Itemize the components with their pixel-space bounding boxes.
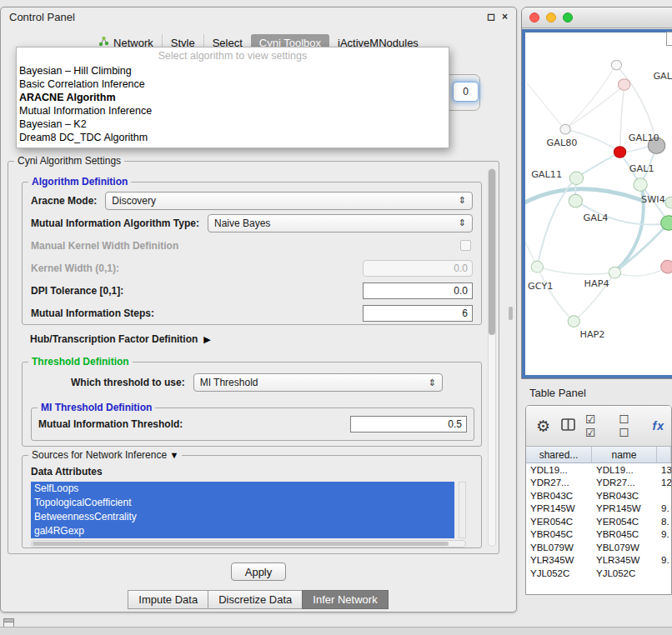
attribute-item[interactable]: BetweennessCentrality bbox=[31, 510, 454, 524]
network-edge[interactable] bbox=[537, 267, 614, 274]
network-node[interactable] bbox=[531, 261, 543, 272]
columns-icon[interactable] bbox=[561, 418, 575, 433]
table-row[interactable]: YJL052CYJL052C bbox=[526, 567, 671, 580]
table-cell: YBL079W bbox=[526, 542, 592, 552]
table-row[interactable]: YLR345WYLR345W9. bbox=[526, 554, 671, 568]
gear-icon[interactable]: ⚙ bbox=[536, 417, 551, 436]
close-traffic-light[interactable] bbox=[529, 12, 539, 22]
column-header[interactable]: name bbox=[592, 447, 657, 462]
kernel-width-input[interactable]: 0.0 bbox=[363, 260, 473, 277]
network-node[interactable] bbox=[618, 79, 629, 91]
apply-button[interactable]: Apply bbox=[231, 562, 286, 581]
column-header[interactable]: shared... bbox=[526, 447, 592, 462]
zoom-traffic-light[interactable] bbox=[563, 12, 573, 22]
node-label: GAL10 bbox=[629, 132, 659, 143]
splitter-handle[interactable] bbox=[509, 307, 513, 320]
network-edge[interactable] bbox=[620, 86, 624, 152]
bottom-strip bbox=[0, 627, 672, 635]
network-node[interactable] bbox=[611, 60, 621, 70]
table-row[interactable]: YER054CYER054C8. bbox=[526, 515, 671, 528]
settings-scrollbar[interactable] bbox=[488, 168, 496, 547]
expand-arrow-icon[interactable]: ▶ bbox=[203, 334, 210, 345]
mi-steps-label: Mutual Information Steps: bbox=[31, 308, 154, 319]
table-cell: YBR045C bbox=[592, 529, 657, 539]
list-scrollbar[interactable] bbox=[459, 482, 466, 538]
network-node[interactable] bbox=[634, 178, 647, 192]
table-row[interactable]: YBR045CYBR045C9. bbox=[526, 528, 671, 542]
table-row[interactable]: YBL079WYBL079W bbox=[526, 541, 671, 554]
network-node[interactable] bbox=[568, 316, 579, 328]
network-edge[interactable] bbox=[565, 66, 615, 129]
close-icon[interactable]: × bbox=[502, 11, 508, 22]
mi-algorithm-select[interactable]: Naive Bayes ⇕ bbox=[208, 214, 473, 232]
node-label: GCY1 bbox=[528, 281, 553, 292]
network-node[interactable] bbox=[560, 124, 570, 134]
table-row[interactable]: YPR145WYPR145W9. bbox=[526, 502, 671, 516]
table-cell: YPR145W bbox=[526, 503, 592, 513]
column-header[interactable] bbox=[657, 447, 671, 462]
network-edge[interactable] bbox=[578, 152, 619, 177]
control-panel-window: Control Panel ◻ × NetworkStyleSelectCyni… bbox=[0, 7, 517, 612]
network-node[interactable] bbox=[665, 197, 672, 208]
table-row[interactable]: YDL19...YDL19...13 bbox=[526, 463, 671, 477]
network-node[interactable] bbox=[661, 216, 672, 231]
network-edge[interactable] bbox=[525, 236, 536, 265]
float-icon[interactable]: ◻ bbox=[487, 11, 495, 22]
network-titlebar[interactable] bbox=[522, 8, 672, 28]
network-edge[interactable] bbox=[538, 268, 574, 321]
table-cell: YLR345W bbox=[526, 555, 592, 565]
attribute-item[interactable]: gal4RGexp bbox=[31, 524, 454, 538]
algorithm-option[interactable]: Mutual Information Inference bbox=[17, 104, 449, 118]
combo-arrows-icon: ⇕ bbox=[429, 378, 436, 388]
network-edge[interactable] bbox=[616, 222, 668, 271]
network-edge[interactable] bbox=[527, 83, 565, 131]
network-canvas[interactable]: GALGAL80GAL10GAL11GAL1SWI4GAL4GCY1HAP4HA… bbox=[522, 29, 672, 378]
which-threshold-select[interactable]: MI Threshold ⇕ bbox=[193, 373, 443, 392]
bottom-tab-impute-data[interactable]: Impute Data bbox=[128, 590, 208, 609]
aracne-mode-select[interactable]: Discovery ⇕ bbox=[105, 192, 473, 210]
deselect-all-icon[interactable]: ☐ ☐ bbox=[619, 412, 642, 439]
value-spinner[interactable]: 0 bbox=[453, 82, 479, 102]
table-row[interactable]: YBR043CYBR043C bbox=[526, 489, 671, 502]
dpi-tolerance-input[interactable]: 0.0 bbox=[363, 282, 473, 299]
bottom-tab-infer-network[interactable]: Infer Network bbox=[302, 590, 388, 609]
table-row[interactable]: YDR27...YDR27...12 bbox=[526, 477, 671, 490]
minimize-traffic-light[interactable] bbox=[546, 12, 556, 22]
cyni-settings-group: Cyni Algorithm Settings Algorithm Defini… bbox=[8, 161, 499, 554]
algorithm-option[interactable]: Basic Correlation Inference bbox=[17, 78, 449, 91]
network-edge[interactable] bbox=[626, 147, 649, 152]
manual-kernel-checkbox[interactable] bbox=[460, 240, 471, 251]
network-node[interactable] bbox=[614, 147, 625, 158]
fx-icon[interactable]: fx bbox=[653, 419, 664, 432]
table-cell: YPR145W bbox=[592, 503, 657, 513]
attribute-item[interactable]: SelfLoops bbox=[31, 482, 454, 496]
bottom-tab-discretize-data[interactable]: Discretize Data bbox=[208, 590, 303, 609]
algorithm-option[interactable]: Bayesian – Hill Climbing bbox=[17, 64, 449, 78]
algorithm-option[interactable]: ARACNE Algorithm bbox=[17, 91, 449, 104]
scrollbar-thumb[interactable] bbox=[489, 169, 495, 335]
window-title: Control Panel bbox=[9, 11, 75, 23]
which-threshold-label: Which threshold to use: bbox=[71, 377, 185, 388]
network-edge[interactable] bbox=[567, 85, 624, 128]
mi-threshold-group: MI Threshold Definition Mutual Informati… bbox=[31, 408, 474, 441]
algorithm-option[interactable]: Dream8 DC_TDC Algorithm bbox=[17, 131, 449, 144]
network-edge[interactable] bbox=[525, 189, 641, 205]
network-node[interactable] bbox=[609, 267, 620, 278]
list-horizontal-scrollbar[interactable] bbox=[31, 540, 466, 548]
network-edge[interactable] bbox=[616, 267, 667, 276]
network-node[interactable] bbox=[569, 194, 582, 208]
scrollbar-thumb[interactable] bbox=[33, 542, 449, 546]
birdseye-box[interactable] bbox=[666, 32, 672, 46]
network-node[interactable] bbox=[661, 260, 672, 273]
attribute-item[interactable]: TopologicalCoefficient bbox=[31, 496, 454, 510]
hub-definition-section[interactable]: Hub/Transcription Factor Definition ▶ bbox=[30, 333, 211, 345]
select-all-icon[interactable]: ☑ ☑ bbox=[585, 412, 609, 439]
table-panel-title: Table Panel bbox=[529, 387, 586, 399]
network-node[interactable] bbox=[569, 172, 583, 185]
sources-title-text: Sources for Network Inference bbox=[32, 449, 167, 461]
algorithm-option[interactable]: Bayesian – K2 bbox=[17, 118, 449, 131]
mi-steps-input[interactable]: 6 bbox=[363, 305, 473, 322]
mi-threshold-input[interactable]: 0.5 bbox=[350, 416, 467, 432]
combo-arrows-icon: ⇕ bbox=[459, 195, 466, 206]
collapse-arrow-icon[interactable]: ▼ bbox=[169, 450, 178, 460]
